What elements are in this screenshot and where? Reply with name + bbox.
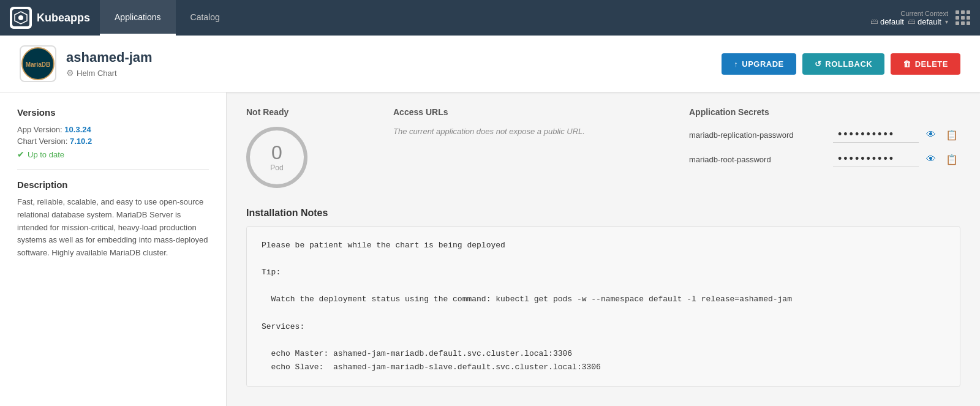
context-chevron[interactable]: ▾ bbox=[945, 18, 948, 25]
install-notes-content: Please be patient while the chart is bei… bbox=[246, 226, 960, 387]
check-icon: ✔ bbox=[17, 149, 24, 159]
secret-name-1: mariadb-replication-password bbox=[689, 130, 828, 140]
nav-tabs: Applications Catalog bbox=[100, 0, 235, 36]
status-title: Not Ready bbox=[246, 107, 369, 117]
nav-tab-applications[interactable]: Applications bbox=[100, 0, 176, 36]
current-context: Current Context 🗃 default 🗃 default ▾ bbox=[870, 10, 948, 26]
secret-actions-1: 👁 📋 bbox=[924, 128, 960, 142]
app-title-section: ashamed-jam ⚙ Helm Chart bbox=[66, 50, 722, 78]
secrets-title: Application Secrets bbox=[689, 107, 960, 117]
nav-right: Current Context 🗃 default 🗃 default ▾ bbox=[870, 10, 970, 26]
secret-name-2: mariadb-root-password bbox=[689, 155, 828, 164]
delete-button[interactable]: 🗑 DELETE bbox=[891, 53, 960, 75]
nav-tab-catalog[interactable]: Catalog bbox=[176, 0, 235, 36]
copy-icon-1: 📋 bbox=[946, 130, 958, 140]
rollback-button[interactable]: ↺ ROLLBACK bbox=[802, 53, 884, 75]
secret-actions-2: 👁 📋 bbox=[924, 152, 960, 167]
sidebar: Versions App Version: 10.3.24 Chart Vers… bbox=[0, 92, 227, 406]
logo-icon bbox=[10, 7, 32, 29]
rollback-icon: ↺ bbox=[815, 59, 822, 69]
view-secret-2-button[interactable]: 👁 bbox=[924, 152, 938, 167]
svg-text:MariaDB: MariaDB bbox=[26, 61, 51, 68]
brand-logo[interactable]: Kubeapps bbox=[10, 7, 90, 29]
app-version-row: App Version: 10.3.24 bbox=[17, 125, 209, 134]
install-notes-section: Installation Notes Please be patient whi… bbox=[246, 208, 960, 387]
view-secret-1-button[interactable]: 👁 bbox=[924, 128, 938, 142]
app-header: MariaDB ashamed-jam ⚙ Helm Chart ↑ UPGRA… bbox=[0, 36, 980, 92]
info-grid: Not Ready 0 Pod Access URLs The current … bbox=[246, 107, 960, 188]
secrets-section: Application Secrets mariadb-replication-… bbox=[689, 107, 960, 188]
install-notes-title: Installation Notes bbox=[246, 208, 960, 219]
helm-label: ⚙ Helm Chart bbox=[66, 68, 722, 78]
action-buttons: ↑ UPGRADE ↺ ROLLBACK 🗑 DELETE bbox=[722, 53, 960, 75]
secret-dots-2: •••••••••• bbox=[833, 151, 919, 167]
copy-secret-1-button[interactable]: 📋 bbox=[943, 128, 960, 142]
secret-dots-1: •••••••••• bbox=[833, 127, 919, 143]
right-panel: Not Ready 0 Pod Access URLs The current … bbox=[227, 92, 980, 406]
mariadb-logo: MariaDB bbox=[21, 47, 55, 81]
pod-count: 0 bbox=[271, 143, 282, 162]
svg-point-2 bbox=[18, 15, 23, 20]
secret-row-2: mariadb-root-password •••••••••• 👁 📋 bbox=[689, 151, 960, 167]
chart-version-row: Chart Version: 7.10.2 bbox=[17, 137, 209, 146]
no-url-text: The current application does not expose … bbox=[393, 127, 665, 136]
pod-label: Pod bbox=[270, 164, 283, 172]
delete-icon: 🗑 bbox=[903, 59, 911, 69]
top-nav: Kubeapps Applications Catalog Current Co… bbox=[0, 0, 980, 36]
status-section: Not Ready 0 Pod bbox=[246, 107, 369, 188]
eye-icon-2: 👁 bbox=[926, 154, 936, 164]
secret-row-1: mariadb-replication-password •••••••••• … bbox=[689, 127, 960, 143]
sidebar-divider bbox=[17, 169, 209, 170]
pod-status-circle: 0 Pod bbox=[246, 127, 307, 188]
app-icon: MariaDB bbox=[20, 45, 56, 82]
versions-title: Versions bbox=[17, 107, 209, 118]
main-content: Versions App Version: 10.3.24 Chart Vers… bbox=[0, 92, 980, 406]
copy-secret-2-button[interactable]: 📋 bbox=[943, 152, 960, 167]
up-to-date-badge: ✔ Up to date bbox=[17, 149, 209, 159]
upgrade-icon: ↑ bbox=[734, 59, 738, 69]
upgrade-button[interactable]: ↑ UPGRADE bbox=[722, 53, 796, 75]
description-title: Description bbox=[17, 179, 209, 190]
app-name: ashamed-jam bbox=[66, 50, 722, 66]
description-text: Fast, reliable, scalable, and easy to us… bbox=[17, 196, 209, 260]
apps-grid-icon[interactable] bbox=[956, 10, 970, 25]
copy-icon-2: 📋 bbox=[946, 154, 958, 165]
access-urls-title: Access URLs bbox=[393, 107, 665, 117]
context-icon-2: 🗃 bbox=[908, 17, 915, 26]
helm-icon: ⚙ bbox=[66, 68, 74, 78]
brand-name: Kubeapps bbox=[37, 12, 90, 24]
access-urls-section: Access URLs The current application does… bbox=[393, 107, 665, 188]
eye-icon-1: 👁 bbox=[926, 129, 936, 140]
context-icon-1: 🗃 bbox=[870, 17, 878, 26]
